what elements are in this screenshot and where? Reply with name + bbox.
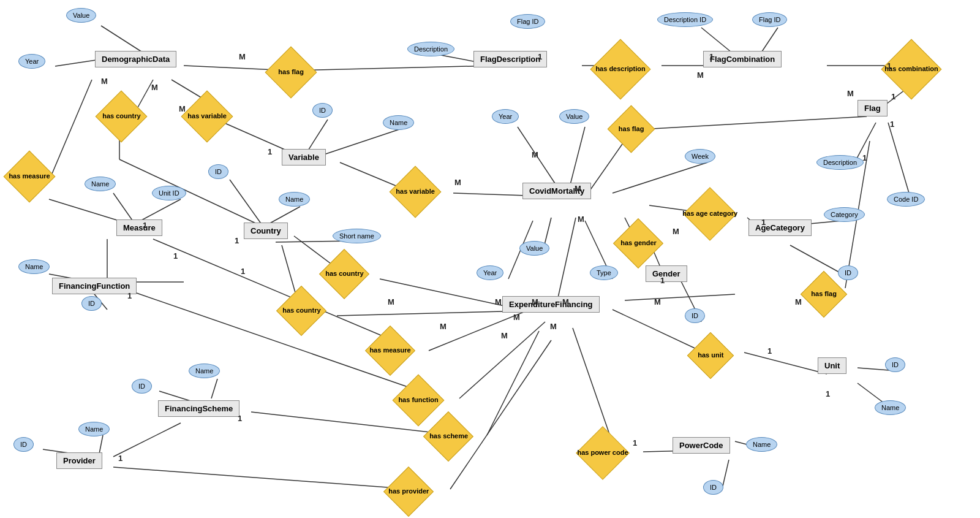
card-39: 1 [238, 414, 242, 423]
entity-country: Country [244, 223, 288, 239]
entity-demographicdata: DemographicData [95, 51, 176, 67]
svg-line-26 [306, 120, 328, 153]
attr-pc-name: Name [746, 437, 777, 452]
card-29: M [501, 331, 508, 340]
svg-line-59 [625, 294, 735, 300]
attr-flag-desc: Description [816, 155, 864, 170]
svg-line-56 [744, 352, 827, 374]
card-2: M [101, 77, 108, 86]
attr-pc-id: ID [703, 480, 723, 495]
svg-line-27 [318, 129, 401, 156]
attr-unit-name: Name [875, 400, 906, 415]
attr-cm-week: Week [685, 149, 715, 164]
entity-variable: Variable [282, 149, 326, 166]
card-5: 1 [268, 147, 272, 156]
attr-fs-id: ID [132, 379, 152, 394]
attr-gender-id: ID [685, 308, 705, 323]
attr-measure-unitid: Unit ID [152, 186, 186, 200]
er-diagram: DemographicData FlagDescription FlagComb… [0, 0, 980, 518]
attr-fc-descid: Description ID [657, 12, 713, 27]
svg-line-36 [337, 311, 527, 316]
card-26: M [388, 297, 394, 307]
card-27: M [440, 322, 447, 331]
card-7: 1 [709, 52, 714, 61]
attr-cm-value2: Value [519, 241, 549, 256]
card-1: M [239, 52, 246, 61]
card-21: 1 [143, 221, 147, 230]
card-28: M [495, 297, 502, 307]
attr-prov-name: Name [78, 422, 110, 436]
svg-line-66 [211, 379, 217, 398]
card-24: 1 [241, 267, 245, 276]
attr-fd-description: Description [407, 42, 454, 56]
card-23: 1 [235, 236, 239, 245]
entity-powercode: PowerCode [673, 437, 730, 454]
card-36: 1 [826, 389, 830, 398]
svg-line-3 [289, 66, 496, 70]
attr-var-name: Name [383, 115, 414, 130]
card-16: M [575, 184, 581, 193]
card-38: M [795, 297, 802, 307]
card-18: M [673, 227, 679, 236]
attr-unit-id: ID [885, 357, 905, 372]
attr-fd-flagid: Flag ID [510, 14, 545, 29]
card-32: M [562, 297, 569, 307]
attr-prov-id: ID [13, 437, 34, 452]
attr-country-id: ID [208, 164, 228, 179]
card-6: 1 [538, 52, 542, 61]
card-17: M [578, 215, 584, 224]
attr-ff-name: Name [18, 259, 50, 274]
attr-measure-name: Name [85, 177, 116, 191]
attr-cm-type: Type [590, 265, 618, 280]
card-15: M [532, 150, 538, 159]
svg-line-9 [49, 80, 92, 181]
attr-cm-year: Year [492, 109, 519, 124]
card-8: M [697, 70, 704, 80]
svg-line-75 [113, 467, 429, 490]
card-31: M [550, 322, 557, 331]
card-30: M [513, 313, 520, 322]
card-40: 1 [118, 454, 123, 463]
attr-cm-value: Value [559, 109, 589, 124]
card-10: M [847, 89, 854, 98]
entity-gender: Gender [646, 265, 687, 282]
card-9: 1 [887, 61, 891, 70]
card-37: 1 [633, 438, 637, 448]
svg-line-39 [612, 162, 707, 193]
svg-line-41 [652, 116, 867, 129]
attr-var-id: ID [312, 103, 333, 118]
svg-line-38 [570, 127, 585, 187]
entity-agecategory: AgeCategory [748, 219, 812, 236]
svg-line-54 [153, 239, 404, 345]
attr-cm-year2: Year [477, 265, 503, 280]
attr-ac-category: Category [824, 207, 865, 222]
svg-line-67 [113, 423, 181, 457]
attr-ac-id: ID [838, 265, 858, 280]
svg-line-7 [119, 159, 263, 227]
svg-line-63 [487, 331, 539, 435]
card-35: 1 [767, 346, 772, 356]
entity-flagdescription: FlagDescription [473, 51, 547, 67]
svg-line-30 [230, 180, 263, 227]
entity-unit: Unit [818, 357, 846, 374]
card-14: M [454, 178, 461, 187]
card-34: M [654, 297, 661, 307]
card-33: M [532, 297, 538, 307]
attr-fs-name: Name [189, 364, 220, 378]
svg-line-73 [723, 460, 729, 486]
card-11: 1 [891, 92, 895, 101]
svg-line-74 [450, 340, 551, 489]
svg-line-49 [557, 218, 576, 300]
card-4: M [179, 104, 186, 113]
attr-fc-flagid: Flag ID [752, 12, 787, 27]
entity-flag: Flag [858, 100, 888, 116]
attr-country-name: Name [279, 192, 310, 207]
card-20: 1 [660, 276, 665, 285]
card-12: 1 [890, 120, 894, 129]
attr-ff-id: ID [81, 296, 102, 311]
entity-financingscheme: FinancingScheme [158, 400, 239, 417]
attr-dd-year: Year [18, 54, 45, 69]
attr-dd-value: Value [66, 8, 96, 23]
connection-lines [0, 0, 980, 518]
card-25: 1 [127, 291, 132, 300]
